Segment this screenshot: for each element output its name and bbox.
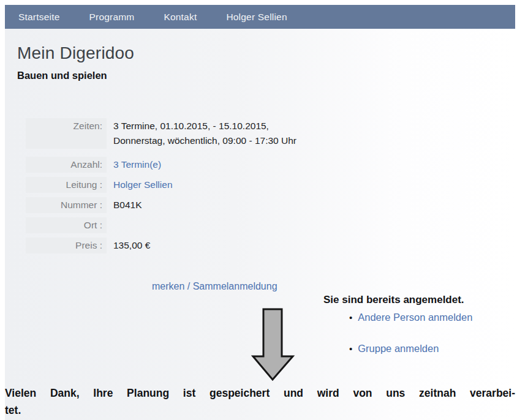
andere-person-anmelden-link[interactable]: Andere Person anmelden (358, 312, 472, 323)
list-item-gruppe: • Gruppe anmelden (349, 343, 439, 354)
row-label-zeiten: Zeiten: (26, 118, 107, 149)
row-value-zeiten: 3 Termine, 01.10.2015, - 15.10.2015, Don… (107, 118, 296, 149)
down-arrow-icon (248, 307, 298, 383)
row-label-leitung: Leitung : (26, 177, 107, 193)
course-details-table: Zeiten: 3 Termine, 01.10.2015, - 15.10.2… (26, 118, 418, 258)
table-row-zeiten: Zeiten: 3 Termine, 01.10.2015, - 15.10.2… (26, 118, 418, 149)
table-row-nummer: Nummer : B041K (26, 197, 418, 213)
list-item-andere-person: • Andere Person anmelden (349, 312, 472, 323)
row-label-preis: Preis : (26, 238, 107, 253)
row-label-anzahl: Anzahl: (26, 157, 107, 173)
row-value-leitung-link[interactable]: Holger Sellien (107, 177, 173, 193)
nav-item-kontakt[interactable]: Kontakt (149, 12, 211, 23)
confirmation-message: Vielen Dank, Ihre Planung ist gespeicher… (5, 384, 515, 419)
page: Startseite Programm Kontakt Holger Selli… (0, 0, 517, 420)
gruppe-anmelden-link[interactable]: Gruppe anmelden (358, 343, 439, 354)
table-row-ort: Ort : (26, 217, 418, 233)
row-value-ort (107, 217, 113, 233)
zeiten-line-1: 3 Termine, 01.10.2015, - 15.10.2015, (113, 119, 296, 133)
confirmation-line-2: tet. (5, 402, 515, 419)
table-row-leitung: Leitung : Holger Sellien (26, 177, 418, 193)
row-value-anzahl-link[interactable]: 3 Termin(e) (107, 157, 161, 173)
page-title: Mein Digeridoo (17, 43, 515, 63)
confirmation-line-1: Vielen Dank, Ihre Planung ist gespeicher… (5, 384, 515, 402)
bullet-icon: • (349, 312, 352, 323)
row-value-preis: 135,00 € (107, 238, 150, 253)
nav-item-programm[interactable]: Programm (74, 12, 149, 23)
nav-item-holger-sellien[interactable]: Holger Sellien (211, 12, 301, 23)
bookmark-sammelanmeldung-link[interactable]: merken / Sammelanmeldung (152, 281, 277, 292)
table-row-preis: Preis : 135,00 € (26, 238, 418, 253)
table-row-anzahl: Anzahl: 3 Termin(e) (26, 157, 418, 173)
zeiten-line-2: Donnerstag, wöchentlich, 09:00 - 17:30 U… (113, 133, 296, 148)
registration-status-text: Sie sind bereits angemeldet. (323, 294, 464, 306)
row-label-nummer: Nummer : (26, 197, 107, 213)
page-subtitle: Bauen und spielen (17, 70, 515, 81)
nav-item-startseite[interactable]: Startseite (18, 12, 74, 23)
row-value-nummer: B041K (107, 197, 142, 213)
bullet-icon: • (349, 343, 352, 354)
row-label-ort: Ort : (26, 217, 107, 233)
navbar: Startseite Programm Kontakt Holger Selli… (5, 5, 515, 29)
content-area: Mein Digeridoo Bauen und spielen Zeiten:… (5, 29, 515, 420)
